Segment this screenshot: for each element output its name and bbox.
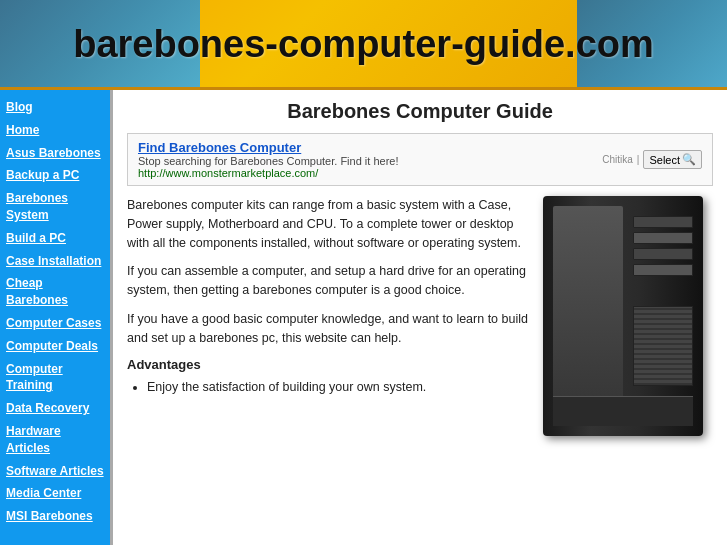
- content-area: Barebones Computer Guide Find Barebones …: [110, 90, 727, 545]
- drive-slot: [633, 232, 693, 244]
- ad-search-label: Select: [649, 154, 680, 166]
- ad-title[interactable]: Find Barebones Computer: [138, 140, 602, 155]
- sidebar-item-msi-barebones[interactable]: MSI Barebones: [4, 505, 106, 528]
- sidebar-item-build-a-pc[interactable]: Build a PC: [4, 227, 106, 250]
- pc-mesh: [633, 306, 693, 386]
- body-content: Barebones computer kits can range from a…: [127, 196, 713, 436]
- pc-tower-highlight: [553, 206, 623, 426]
- sidebar-item-cheap-barebones[interactable]: Cheap Barebones: [4, 272, 106, 312]
- pc-tower-image: [543, 196, 703, 436]
- image-section: [543, 196, 713, 436]
- main-layout: BlogHomeAsus BarebonesBackup a PCBarebon…: [0, 90, 727, 545]
- sidebar-item-computer-deals[interactable]: Computer Deals: [4, 335, 106, 358]
- pc-tower-bottom: [553, 396, 693, 426]
- sidebar-item-asus-barebones[interactable]: Asus Barebones: [4, 142, 106, 165]
- sidebar-item-computer-cases[interactable]: Computer Cases: [4, 312, 106, 335]
- sidebar-item-backup-a-pc[interactable]: Backup a PC: [4, 164, 106, 187]
- ad-box: Find Barebones Computer Stop searching f…: [127, 133, 713, 186]
- sidebar-item-home[interactable]: Home: [4, 119, 106, 142]
- text-section: Barebones computer kits can range from a…: [127, 196, 533, 436]
- page-title: Barebones Computer Guide: [127, 100, 713, 123]
- paragraph: If you have a good basic computer knowle…: [127, 310, 533, 348]
- ad-right: Chitika | Select 🔍: [602, 150, 702, 169]
- bullet-item: Enjoy the satisfaction of building your …: [147, 378, 533, 397]
- header-banner: barebones-computer-guide.com: [0, 0, 727, 90]
- search-icon: 🔍: [682, 153, 696, 166]
- sidebar-item-blog[interactable]: Blog: [4, 96, 106, 119]
- sidebar-item-software-articles[interactable]: Software Articles: [4, 460, 106, 483]
- sidebar-item-computer-training[interactable]: Computer Training: [4, 358, 106, 398]
- drive-slot: [633, 216, 693, 228]
- advantages-title: Advantages: [127, 357, 533, 372]
- ad-description: Stop searching for Barebones Computer. F…: [138, 155, 602, 167]
- ad-source: Chitika: [602, 154, 633, 165]
- paragraph: If you can assemble a computer, and setu…: [127, 262, 533, 300]
- sidebar-item-data-recovery[interactable]: Data Recovery: [4, 397, 106, 420]
- paragraph: Barebones computer kits can range from a…: [127, 196, 533, 252]
- sidebar-item-hardware-articles[interactable]: Hardware Articles: [4, 420, 106, 460]
- bullet-list: Enjoy the satisfaction of building your …: [127, 378, 533, 397]
- drive-slot: [633, 264, 693, 276]
- ad-separator: |: [637, 154, 640, 165]
- drive-slot: [633, 248, 693, 260]
- ad-left: Find Barebones Computer Stop searching f…: [138, 140, 602, 179]
- site-title: barebones-computer-guide.com: [0, 22, 727, 65]
- sidebar: BlogHomeAsus BarebonesBackup a PCBarebon…: [0, 90, 110, 545]
- pc-tower-drives: [633, 216, 693, 280]
- sidebar-item-barebones-system[interactable]: Barebones System: [4, 187, 106, 227]
- sidebar-item-media-center[interactable]: Media Center: [4, 482, 106, 505]
- ad-url[interactable]: http://www.monstermarketplace.com/: [138, 167, 602, 179]
- ad-search-button[interactable]: Select 🔍: [643, 150, 702, 169]
- sidebar-item-case-installation[interactable]: Case Installation: [4, 250, 106, 273]
